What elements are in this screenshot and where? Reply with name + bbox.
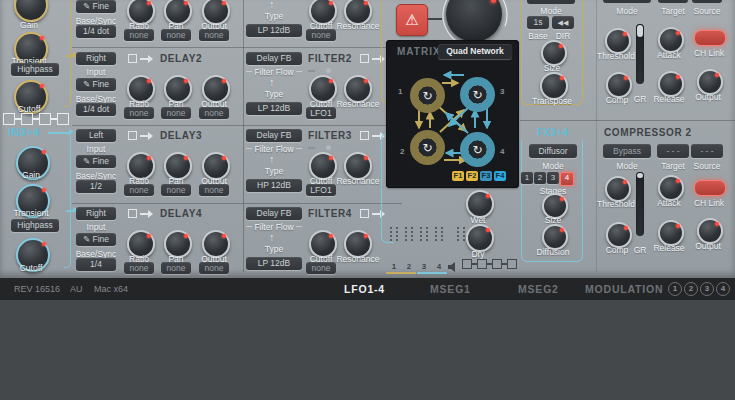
- comp2-chlink-button[interactable]: [694, 180, 726, 196]
- filter3-fb-button[interactable]: Delay FB: [246, 129, 302, 142]
- filter3-flow-arrow-icon: ↑: [269, 153, 275, 165]
- filter3-type-button[interactable]: HP 12dB: [246, 179, 302, 192]
- delay3-input-label: Input: [76, 144, 116, 154]
- filter2-type-button[interactable]: LP 12dB: [246, 102, 302, 115]
- fx12-base-button[interactable]: 1s: [527, 16, 549, 29]
- fx34-type-button[interactable]: Diffusor: [529, 144, 577, 158]
- matrix-f2-button[interactable]: F2: [466, 171, 478, 181]
- delay2-fine-button[interactable]: ✎ Fine: [76, 78, 116, 91]
- wet-knob[interactable]: [466, 190, 494, 218]
- revision-text: REV 16516: [14, 284, 60, 294]
- comp1-source-button-clipped[interactable]: [692, 0, 722, 3]
- delay3-pan-mod[interactable]: none: [161, 184, 191, 196]
- warning-icon: ⚠: [405, 11, 418, 29]
- in34-highpass-button[interactable]: Highpass: [11, 219, 59, 232]
- page-4-button[interactable]: 4: [716, 282, 730, 296]
- fx12-dir-button[interactable]: ◀◀: [552, 16, 574, 29]
- filter2-cutoff-mod[interactable]: LFO1: [306, 107, 336, 119]
- serial-chain-icon[interactable]: [3, 113, 69, 125]
- filter2-fb-button[interactable]: Delay FB: [246, 52, 302, 65]
- page-3-button[interactable]: 3: [700, 282, 714, 296]
- delay3-enable-checkbox-icon[interactable]: [128, 131, 156, 141]
- output-chain-icon[interactable]: [462, 259, 517, 269]
- tab-lfo1-4[interactable]: LFO1-4: [344, 283, 385, 295]
- delay4-pan-mod[interactable]: none: [161, 262, 191, 274]
- in12-gain-knob[interactable]: [14, 0, 48, 22]
- delay1-fine-button[interactable]: ✎ Fine: [76, 0, 116, 13]
- tab-mseg1[interactable]: MSEG1: [430, 283, 471, 295]
- delay2-pan-mod[interactable]: none: [161, 107, 191, 119]
- fx12-mode-button-clipped[interactable]: [527, 0, 575, 4]
- column-divider: [243, 0, 244, 272]
- filter1-type-button[interactable]: LP 12dB: [246, 24, 302, 37]
- page-1-button[interactable]: 1: [668, 282, 682, 296]
- delay4-input-button[interactable]: Right: [76, 207, 116, 220]
- rotate-icon: ↻: [422, 89, 432, 103]
- matrix-node4-knob[interactable]: ↻: [460, 132, 495, 167]
- matrix-node3-number: 3: [500, 87, 504, 96]
- fx34-mode4-button[interactable]: 4: [560, 172, 574, 186]
- tab-mseg2[interactable]: MSEG2: [518, 283, 559, 295]
- filter4-fb-button[interactable]: Delay FB: [246, 207, 302, 220]
- delay2-input-button[interactable]: Right: [76, 52, 116, 65]
- matrix-f3-button[interactable]: F3: [480, 171, 492, 181]
- delay3-fine-button[interactable]: ✎ Fine: [76, 155, 116, 168]
- delay2-output-mod[interactable]: none: [199, 107, 229, 119]
- delay4-ratio-mod[interactable]: none: [124, 262, 154, 274]
- filter2-type-label: Type: [254, 89, 294, 99]
- delay2-sync-button[interactable]: 1/4 dot: [76, 103, 116, 116]
- fx34-mode1-button[interactable]: 1: [521, 172, 533, 184]
- comp2-target-button[interactable]: - - -: [657, 144, 689, 158]
- comp1-mode-label: Mode: [611, 6, 643, 16]
- fx34-diffusion-label: Diffusion: [528, 247, 578, 257]
- delay4-output-mod[interactable]: none: [199, 262, 229, 274]
- comp1-chlink-button[interactable]: [694, 30, 726, 46]
- meter-group34-underline: [417, 272, 447, 274]
- row-divider: [72, 125, 402, 126]
- comp2-source-button[interactable]: - - -: [691, 144, 723, 158]
- fx34-mode3-button[interactable]: 3: [547, 172, 559, 184]
- rotate-icon: ↻: [472, 143, 482, 157]
- delay-row-3: Left Input DELAY3 ✎ Fine Base/Sync 1/2 R…: [72, 129, 242, 201]
- warning-button[interactable]: ⚠: [396, 4, 428, 36]
- filter4-cutoff-mod[interactable]: none: [306, 262, 336, 274]
- matrix-node2-knob[interactable]: ↻: [410, 130, 445, 165]
- comp1-mode-button-clipped[interactable]: [603, 0, 651, 3]
- delay2-ratio-mod[interactable]: none: [124, 107, 154, 119]
- delay-row-1: ✎ Fine Base/Sync 1/4 dot Ratio Pan Outpu…: [72, 0, 242, 46]
- delay1-sync-button[interactable]: 1/4 dot: [76, 25, 116, 38]
- page-2-button[interactable]: 2: [684, 282, 698, 296]
- dry-label: Dry: [461, 249, 495, 259]
- delay4-fine-button[interactable]: ✎ Fine: [76, 233, 116, 246]
- delay4-enable-checkbox-icon[interactable]: [128, 209, 156, 219]
- tab-modulation[interactable]: MODULATION: [585, 283, 663, 295]
- dry-knob[interactable]: [466, 224, 494, 252]
- delay1-pan-mod[interactable]: none: [161, 29, 191, 41]
- delay3-ratio-mod[interactable]: none: [124, 184, 154, 196]
- delay1-output-mod[interactable]: none: [199, 29, 229, 41]
- filter3-type-label: Type: [254, 166, 294, 176]
- delay1-ratio-mod[interactable]: none: [124, 29, 154, 41]
- matrix-node1-knob[interactable]: ↻: [410, 78, 445, 113]
- delay3-input-button[interactable]: Left: [76, 129, 116, 142]
- delay3-sync-button[interactable]: 1/2: [76, 180, 116, 193]
- meter-label-4: 4: [434, 262, 444, 271]
- matrix-f4-button[interactable]: F4: [494, 171, 506, 181]
- filter1-cutoff-mod[interactable]: none: [306, 29, 336, 41]
- matrix-f1-button[interactable]: F1: [452, 171, 464, 181]
- fx34-mode2-button[interactable]: 2: [534, 172, 546, 184]
- filter3-cutoff-mod[interactable]: LFO1: [306, 184, 336, 196]
- comp2-mode-button[interactable]: Bypass: [603, 144, 651, 158]
- matrix-node3-knob[interactable]: ↻: [460, 77, 495, 112]
- filter-row-1: ↑ Type LP 12dB Cutoff Resonance none: [246, 0, 402, 46]
- delay3-output-mod[interactable]: none: [199, 184, 229, 196]
- matrix-mode-button[interactable]: Quad Network: [438, 44, 512, 59]
- delay4-sync-button[interactable]: 1/4: [76, 258, 116, 271]
- level-meter-3: [418, 226, 430, 260]
- delay2-enable-checkbox-icon[interactable]: [128, 54, 156, 64]
- in12-highpass-button[interactable]: Highpass: [11, 63, 59, 76]
- comp1-target-button-clipped[interactable]: [658, 0, 688, 3]
- in34-cutoff-label: Cutoff: [9, 263, 53, 273]
- filter4-type-button[interactable]: LP 12dB: [246, 257, 302, 270]
- comp2-release-label: Release: [650, 243, 688, 253]
